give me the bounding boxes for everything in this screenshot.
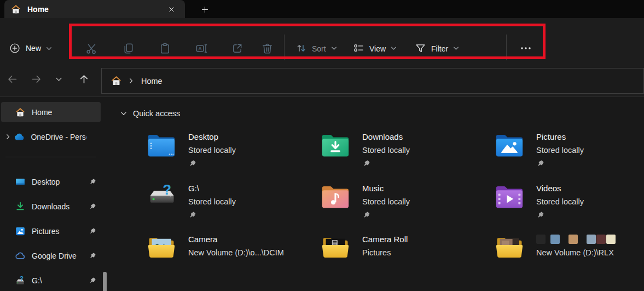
sidebar-item-home[interactable]: Home	[1, 102, 101, 122]
recent-locations-button[interactable]	[50, 69, 67, 89]
back-button[interactable]	[2, 69, 22, 89]
sidebar-item-label: Downloads	[32, 202, 69, 211]
plus-circle-icon	[9, 42, 21, 54]
chevron-down-icon	[391, 45, 397, 52]
sidebar-scrollbar[interactable]	[103, 272, 107, 291]
forward-button[interactable]	[26, 69, 47, 89]
name-swatch	[550, 235, 560, 244]
new-button-label: New	[26, 44, 41, 53]
quick-access-item[interactable]: DownloadsStored locally	[321, 130, 495, 182]
paste-button[interactable]	[154, 37, 176, 59]
sidebar-item-label: Desktop	[32, 178, 60, 186]
filter-menu-button[interactable]: Filter	[415, 43, 459, 54]
navigation-bar: Home	[0, 60, 644, 97]
item-text: Camera RollPictures	[362, 233, 408, 260]
address-bar[interactable]: Home	[101, 68, 644, 94]
item-name: Desktop	[188, 130, 236, 144]
quick-access-item[interactable]: VideosStored locally	[495, 182, 644, 233]
quick-access-item[interactable]: Camera RollPictures	[321, 233, 495, 284]
pin-icon	[89, 178, 96, 186]
folder-camera-icon	[147, 233, 176, 261]
breadcrumb-home[interactable]: Home	[141, 77, 163, 85]
quick-access-item[interactable]: PicturesStored locally	[495, 130, 644, 182]
copy-icon	[122, 42, 135, 55]
folder-rlx-icon	[495, 233, 524, 261]
toolbar-separator	[506, 35, 507, 60]
quick-access-grid: DesktopStored locallyDownloadsStored loc…	[147, 130, 644, 284]
tab-home[interactable]: Home	[4, 0, 185, 18]
item-text: New Volume (D:)\RLX	[536, 233, 616, 260]
pin-icon	[536, 211, 544, 219]
cut-button[interactable]	[80, 37, 102, 59]
share-button[interactable]	[226, 37, 248, 59]
item-name	[536, 233, 616, 246]
item-location: Stored locally	[188, 144, 236, 157]
more-options-button[interactable]	[515, 37, 536, 59]
item-text: MusicStored locally	[362, 182, 410, 219]
delete-icon	[261, 42, 274, 55]
chevron-down-icon	[55, 76, 62, 83]
chevron-down-icon	[120, 110, 127, 117]
chevron-down-icon	[453, 45, 459, 52]
sidebar-item-pictures[interactable]: Pictures	[1, 221, 101, 241]
quick-access-header[interactable]: Quick access	[120, 109, 180, 118]
sort-menu-button[interactable]: Sort	[295, 43, 337, 54]
rename-button[interactable]	[190, 37, 212, 59]
item-location: Pictures	[362, 246, 408, 260]
name-swatch	[568, 235, 578, 244]
toolbar-separator	[284, 35, 285, 60]
tab-title: Home	[27, 5, 49, 14]
expand-chevron[interactable]	[1, 134, 14, 140]
up-button[interactable]	[73, 69, 94, 89]
sidebar-item-desktop[interactable]: Desktop	[1, 172, 101, 192]
item-text: CameraNew Volume (D:)\o...\DCIM	[188, 233, 284, 260]
pin-icon	[89, 203, 96, 210]
close-tab-button[interactable]	[165, 3, 177, 15]
copy-button[interactable]	[117, 37, 139, 59]
sidebar-item-downloads[interactable]: Downloads	[1, 196, 101, 216]
pin-icon	[188, 211, 196, 219]
item-name: Downloads	[362, 130, 410, 144]
delete-button[interactable]	[256, 37, 278, 59]
sort-label: Sort	[312, 44, 326, 53]
quick-access-item[interactable]: MusicStored locally	[321, 182, 495, 233]
item-text: G:\Stored locally	[188, 182, 236, 219]
paste-icon	[159, 42, 171, 55]
item-location: Stored locally	[536, 195, 584, 209]
new-button[interactable]: New	[9, 42, 52, 54]
sidebar-item-label: Pictures	[32, 227, 60, 236]
plus-icon	[201, 5, 209, 14]
sidebar-list: HomeOneDrive - PersoDesktopDownloadsPict…	[0, 102, 102, 290]
item-name: G:\	[188, 182, 236, 195]
forward-icon	[31, 73, 42, 85]
quick-access-item[interactable]: G:\Stored locally	[147, 182, 321, 233]
quick-access-item[interactable]: New Volume (D:)\RLX	[495, 233, 644, 284]
drive-icon	[147, 182, 176, 210]
sidebar-item-g-drive[interactable]: G:\	[1, 270, 101, 290]
share-icon	[231, 42, 243, 55]
item-name: Camera Roll	[362, 233, 408, 246]
sidebar-item-onedrive[interactable]: OneDrive - Perso	[1, 127, 101, 147]
cut-icon	[85, 42, 98, 55]
item-location: Stored locally	[362, 144, 410, 157]
item-location: New Volume (D:)\o...\DCIM	[188, 246, 284, 260]
pin-icon	[362, 211, 370, 219]
item-text: DesktopStored locally	[188, 130, 236, 168]
item-location: Stored locally	[188, 195, 236, 209]
name-swatch	[606, 235, 616, 244]
new-tab-button[interactable]	[198, 3, 211, 16]
sidebar-item-label: OneDrive - Perso	[31, 133, 86, 141]
sidebar-item-label: Home	[32, 108, 52, 117]
item-name: Music	[362, 182, 410, 195]
filter-label: Filter	[431, 44, 448, 53]
sidebar-item-google-drive[interactable]: Google Drive	[1, 246, 101, 266]
view-icon	[353, 43, 364, 54]
quick-access-item[interactable]: CameraNew Volume (D:)\o...\DCIM	[147, 233, 321, 284]
folder-pictures-icon	[495, 131, 524, 158]
sidebar-item-label: G:\	[32, 276, 42, 285]
pin-icon	[362, 159, 370, 168]
view-menu-button[interactable]: View	[353, 43, 397, 54]
quick-access-item[interactable]: DesktopStored locally	[147, 130, 321, 182]
name-swatch	[587, 235, 596, 244]
folder-desktop-icon	[147, 131, 176, 158]
